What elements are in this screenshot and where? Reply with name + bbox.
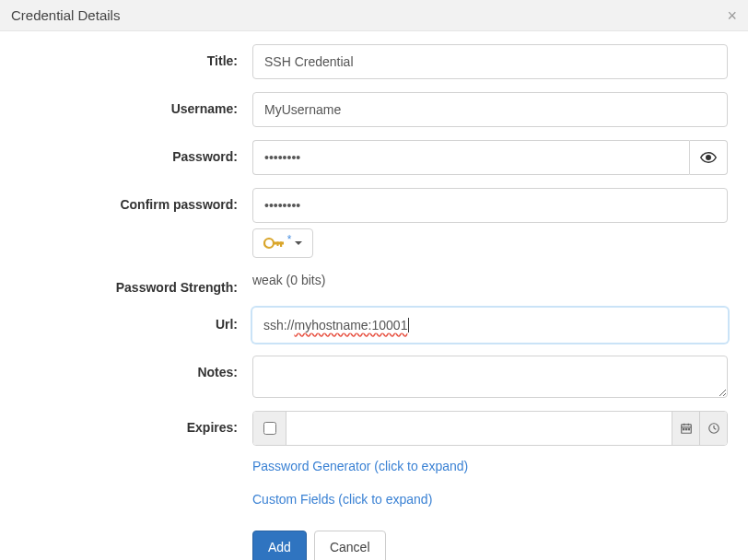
dialog-title: Credential Details	[11, 7, 120, 23]
username-input[interactable]	[252, 92, 728, 127]
label-strength: Password Strength:	[0, 271, 252, 295]
password-input[interactable]	[252, 140, 689, 175]
label-title: Title:	[0, 44, 252, 68]
label-username: Username:	[0, 92, 252, 116]
label-expires: Expires:	[0, 411, 252, 435]
close-icon[interactable]: ×	[727, 7, 737, 24]
date-picker-button[interactable]	[672, 412, 699, 445]
expires-checkbox[interactable]	[263, 422, 276, 435]
clock-icon	[707, 422, 720, 435]
required-indicator: *	[287, 233, 292, 246]
svg-rect-10	[685, 429, 686, 430]
key-dropdown-button[interactable]: *	[252, 228, 313, 258]
notes-textarea[interactable]	[252, 356, 728, 398]
label-confirm: Confirm password:	[0, 188, 252, 212]
svg-rect-9	[683, 429, 684, 430]
password-generator-expand[interactable]: Password Generator (click to expand)	[252, 459, 728, 473]
svg-point-1	[264, 239, 274, 248]
toggle-password-visibility-button[interactable]	[689, 140, 728, 175]
title-input[interactable]	[252, 44, 728, 79]
key-icon	[263, 237, 286, 250]
svg-rect-3	[280, 242, 282, 248]
url-input[interactable]: ssh://myhostname:10001	[252, 308, 728, 343]
chevron-down-icon	[295, 241, 302, 245]
text-cursor	[408, 318, 409, 332]
password-strength-value: weak (0 bits)	[252, 271, 728, 287]
svg-rect-4	[276, 242, 278, 247]
label-password: Password:	[0, 140, 252, 164]
add-button[interactable]: Add	[252, 531, 307, 560]
dialog-header: Credential Details ×	[0, 0, 748, 31]
label-url: Url:	[0, 308, 252, 332]
svg-line-14	[714, 428, 716, 429]
eye-icon	[700, 149, 717, 166]
label-notes: Notes:	[0, 356, 252, 379]
svg-point-0	[707, 156, 711, 160]
time-picker-button[interactable]	[699, 412, 727, 445]
url-text-prefix: ssh://	[263, 318, 294, 332]
url-text-host: myhostname:10001	[294, 318, 407, 332]
svg-rect-11	[688, 429, 689, 430]
confirm-password-input[interactable]	[252, 188, 728, 223]
expires-date-input[interactable]	[286, 412, 672, 445]
custom-fields-expand[interactable]: Custom Fields (click to expand)	[252, 492, 728, 507]
cancel-button[interactable]: Cancel	[314, 531, 386, 560]
calendar-icon	[680, 422, 693, 435]
